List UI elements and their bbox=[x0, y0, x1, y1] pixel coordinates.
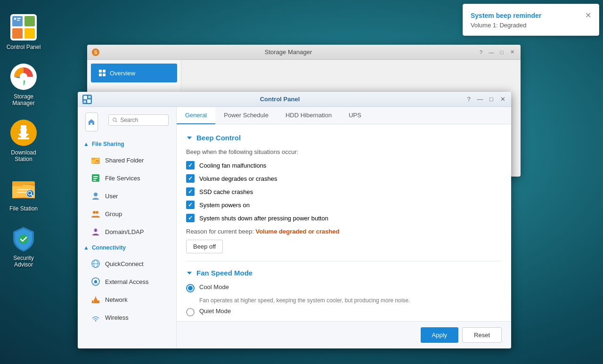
reason-text: Reason for current beep: Volume degraded… bbox=[186, 228, 502, 235]
external-access-label: External Access bbox=[105, 278, 149, 285]
cp-content: Beep Control Beep when the following sit… bbox=[177, 124, 511, 321]
quickconnect-icon bbox=[91, 259, 100, 268]
beep-notification-title: System beep reminder bbox=[471, 12, 541, 19]
sidebar-item-user[interactable]: User bbox=[78, 187, 176, 205]
overview-icon bbox=[98, 69, 106, 77]
sidebar-item-quickconnect[interactable]: QuickConnect bbox=[78, 255, 176, 273]
quickconnect-label: QuickConnect bbox=[105, 260, 144, 267]
collapse-icon: ▲ bbox=[83, 141, 89, 147]
download-station-label: Download Station bbox=[4, 149, 43, 162]
storage-manager-title-icon: S bbox=[92, 49, 99, 56]
cp-question-btn[interactable]: ? bbox=[465, 96, 473, 103]
sidebar-item-shared-folder[interactable]: ⇄ Shared Folder bbox=[78, 151, 176, 169]
cooling-fan-checkbox[interactable] bbox=[186, 161, 195, 170]
reset-button[interactable]: Reset bbox=[462, 327, 502, 343]
svg-line-38 bbox=[116, 121, 117, 122]
cp-maximize-btn[interactable]: □ bbox=[488, 96, 495, 103]
system-shuts-checkbox[interactable] bbox=[186, 214, 195, 222]
cp-sidebar: ▲ File Sharing ⇄ Shared Folder bbox=[78, 107, 177, 348]
sidebar-item-file-services[interactable]: File Services bbox=[78, 169, 176, 187]
cp-top-row bbox=[78, 107, 176, 137]
search-input[interactable] bbox=[120, 117, 164, 123]
sm-maximize-btn[interactable]: □ bbox=[498, 49, 505, 56]
tab-ups[interactable]: UPS bbox=[340, 107, 370, 124]
cp-home-button[interactable] bbox=[85, 113, 98, 131]
quiet-mode-radio[interactable] bbox=[186, 308, 195, 316]
sidebar-item-group[interactable]: Group bbox=[78, 205, 176, 223]
cp-close-btn[interactable]: ✕ bbox=[499, 96, 506, 103]
volume-degrades-checkbox[interactable] bbox=[186, 174, 195, 183]
svg-marker-63 bbox=[187, 272, 192, 275]
tab-power-schedule[interactable]: Power Schedule bbox=[215, 107, 277, 124]
desktop-icon-file-station[interactable]: File Station bbox=[0, 171, 47, 216]
cp-window-controls: ? — □ ✕ bbox=[465, 96, 506, 103]
section-divider bbox=[186, 261, 502, 261]
user-label: User bbox=[105, 193, 118, 200]
file-services-label: File Services bbox=[105, 175, 140, 182]
security-advisor-icon bbox=[10, 225, 37, 251]
cp-titlebar: Control Panel ? — □ ✕ bbox=[78, 92, 511, 107]
sidebar-item-domain-ldap[interactable]: Domain/LDAP bbox=[78, 223, 176, 241]
search-icon bbox=[113, 117, 117, 123]
svg-rect-1 bbox=[12, 16, 23, 26]
sm-close-btn[interactable]: ✕ bbox=[508, 49, 516, 56]
radio-quiet-mode-row: Quiet Mode bbox=[186, 307, 502, 316]
cool-mode-label: Cool Mode bbox=[199, 283, 229, 291]
svg-rect-5 bbox=[14, 18, 16, 20]
svg-point-47 bbox=[94, 193, 98, 196]
beep-notification-header: System beep reminder ✕ bbox=[471, 11, 591, 20]
system-powers-checkbox[interactable] bbox=[186, 201, 195, 209]
wireless-label: Wireless bbox=[105, 314, 129, 321]
cp-body: ▲ File Sharing ⇄ Shared Folder bbox=[78, 107, 511, 348]
file-station-label: File Station bbox=[9, 205, 38, 212]
cp-title-icon bbox=[82, 95, 92, 104]
beep-off-button[interactable]: Beep off bbox=[186, 240, 223, 253]
download-station-icon bbox=[10, 120, 37, 146]
desktop-icon-security-advisor[interactable]: Security Advisor bbox=[0, 220, 47, 272]
svg-point-9 bbox=[20, 73, 27, 81]
sidebar-item-external-access[interactable]: External Access bbox=[78, 273, 176, 291]
svg-rect-20 bbox=[17, 189, 30, 190]
cool-mode-radio[interactable] bbox=[186, 284, 195, 292]
group-icon bbox=[91, 209, 100, 218]
network-icon bbox=[91, 295, 100, 304]
sidebar-section-connectivity[interactable]: ▲ Connectivity bbox=[78, 241, 176, 255]
tab-general[interactable]: General bbox=[177, 107, 215, 124]
svg-rect-60 bbox=[93, 301, 94, 302]
cp-tabs: General Power Schedule HDD Hibernation U… bbox=[177, 107, 511, 124]
cp-minimize-btn[interactable]: — bbox=[476, 96, 484, 103]
desktop-icon-list: Control Panel Storage Manager bbox=[0, 0, 47, 281]
sm-question-btn[interactable]: ? bbox=[477, 49, 485, 56]
desktop-icon-control-panel[interactable]: Control Panel bbox=[0, 9, 47, 54]
desktop-icon-download-station[interactable]: Download Station bbox=[0, 115, 47, 166]
beep-notification-close[interactable]: ✕ bbox=[585, 11, 591, 20]
svg-rect-44 bbox=[93, 176, 98, 177]
sm-overview-button[interactable]: Overview bbox=[91, 64, 177, 82]
svg-rect-29 bbox=[103, 70, 106, 73]
checkbox-volume-degrades: Volume degrades or crashes bbox=[186, 174, 502, 183]
cp-search-bar[interactable] bbox=[108, 114, 169, 126]
beep-control-title: Beep Control bbox=[196, 134, 241, 142]
svg-rect-28 bbox=[99, 70, 102, 73]
system-shuts-label: System shuts down after pressing power b… bbox=[199, 215, 328, 222]
svg-rect-4 bbox=[24, 28, 35, 39]
file-sharing-label: File Sharing bbox=[92, 141, 124, 147]
svg-rect-35 bbox=[83, 100, 86, 103]
sm-minimize-btn[interactable]: — bbox=[488, 49, 495, 56]
ssd-cache-label: SSD cache crashes bbox=[199, 188, 253, 195]
svg-rect-2 bbox=[12, 28, 23, 39]
ssd-cache-checkbox[interactable] bbox=[186, 187, 195, 196]
svg-rect-14 bbox=[21, 125, 26, 135]
tab-hdd-hibernation[interactable]: HDD Hibernation bbox=[277, 107, 340, 124]
network-label: Network bbox=[105, 296, 128, 303]
apply-button[interactable]: Apply bbox=[421, 327, 459, 343]
shared-folder-label: Shared Folder bbox=[105, 157, 144, 164]
desktop-icon-storage-manager[interactable]: Storage Manager bbox=[0, 59, 47, 110]
sidebar-item-network[interactable]: Network bbox=[78, 291, 176, 308]
sidebar-item-wireless[interactable]: Wireless bbox=[78, 308, 176, 326]
shared-folder-icon: ⇄ bbox=[91, 155, 100, 165]
svg-rect-36 bbox=[87, 99, 91, 103]
sidebar-section-file-sharing[interactable]: ▲ File Sharing bbox=[78, 137, 176, 151]
storage-manager-title: Storage Manager bbox=[99, 49, 477, 56]
checkbox-cooling-fan: Cooling fan malfunctions bbox=[186, 161, 502, 170]
